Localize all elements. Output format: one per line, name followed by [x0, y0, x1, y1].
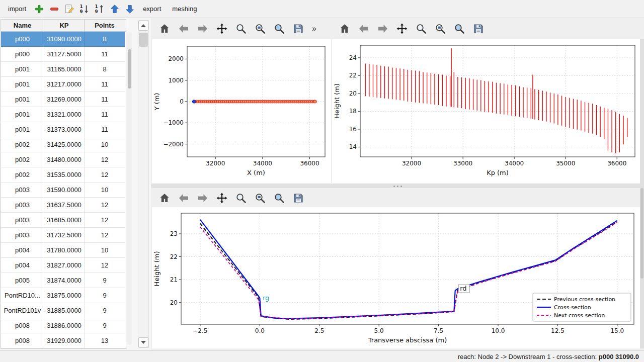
table-row[interactable]: p00431780.000010 [1, 243, 126, 258]
add-icon [34, 4, 45, 15]
panel-scrollbar-thumb[interactable] [139, 33, 148, 47]
table-row[interactable]: p00231480.000012 [1, 152, 126, 167]
status-reach-text: reach: Node 2 -> Downstream 1 - cross-se… [458, 353, 599, 360]
table-row[interactable]: PontRD101v31885.00009 [1, 303, 126, 318]
table-scrollbar-thumb[interactable] [128, 49, 131, 88]
svg-text:34000: 34000 [505, 160, 524, 167]
table-scrollbar[interactable] [127, 32, 132, 345]
back-button[interactable] [355, 21, 372, 37]
sort-descending-button[interactable]: 19 [93, 2, 107, 16]
import-button[interactable]: import [3, 3, 31, 15]
cell-kp: 31827.0000 [44, 258, 85, 273]
forward-button[interactable] [194, 190, 211, 206]
customize-button[interactable] [451, 21, 468, 37]
table-row[interactable]: p00531874.00009 [1, 273, 126, 288]
table-row[interactable]: p00231535.000012 [1, 167, 126, 183]
remove-icon [49, 4, 60, 15]
toolbar-overflow-chevron[interactable]: » [312, 24, 316, 33]
subplots-button[interactable] [252, 21, 269, 37]
scroll-down-button[interactable] [138, 337, 148, 347]
svg-text:12.5: 12.5 [551, 327, 565, 334]
back-button[interactable] [175, 190, 192, 206]
home-button[interactable] [156, 190, 173, 206]
home-button[interactable] [156, 21, 173, 37]
zoom-icon [415, 23, 427, 35]
forward-button[interactable] [374, 21, 391, 37]
zoom-button[interactable] [413, 21, 430, 37]
save-button[interactable] [290, 21, 307, 37]
sort-ascending-button[interactable]: 19 [77, 2, 92, 16]
meshing-button[interactable]: meshing [167, 3, 202, 15]
svg-text:Y (m): Y (m) [153, 93, 160, 111]
cell-points: 12 [85, 258, 125, 273]
svg-text:Kp (m): Kp (m) [487, 169, 509, 176]
cell-points: 11 [85, 47, 125, 62]
right-scrollbar-thumb[interactable] [640, 188, 643, 279]
main-toolbar: import1919exportmeshing [0, 0, 644, 18]
save-button[interactable] [470, 21, 487, 37]
table-row[interactable]: p00831929.000013 [1, 333, 126, 348]
column-header-kp[interactable]: KP [44, 20, 85, 31]
forward-button[interactable] [194, 21, 211, 37]
table-row[interactable]: p00231425.000010 [1, 137, 126, 152]
scroll-up-icon [141, 24, 146, 27]
save-button[interactable] [290, 190, 307, 206]
table-row[interactable]: p00131165.00008 [1, 62, 126, 77]
longitudinal-profile-figure[interactable]: 3200033000340003500036000141618202224Kp … [332, 39, 640, 183]
table-row[interactable]: p00431827.000012 [1, 258, 126, 273]
plan-view-chart[interactable]: 320003400036000−2000−1000010002000X (m)Y… [152, 39, 331, 183]
table-row[interactable]: p00131321.000011 [1, 107, 126, 122]
plan-view-figure[interactable]: 320003400036000−2000−1000010002000X (m)Y… [152, 39, 331, 183]
svg-text:7.5: 7.5 [434, 327, 443, 334]
table-row[interactable]: p00831886.00009 [1, 318, 126, 333]
remove-button[interactable] [47, 2, 61, 16]
zoom-button[interactable] [232, 190, 250, 206]
svg-text:1000: 1000 [168, 77, 184, 84]
customize-button[interactable] [271, 21, 288, 37]
table-row[interactable]: p00131269.000011 [1, 92, 126, 107]
table-row[interactable]: p00031127.500011 [1, 47, 126, 62]
subplots-button[interactable] [432, 21, 449, 37]
table-row[interactable]: p00331732.500012 [1, 228, 126, 243]
cell-name: p008 [1, 318, 44, 333]
scroll-up-button[interactable] [138, 21, 148, 31]
table-row[interactable]: p00131217.000011 [1, 77, 126, 92]
cell-points: 11 [85, 77, 125, 92]
horizontal-splitter[interactable] [151, 184, 644, 188]
cell-points: 9 [85, 303, 125, 318]
table-row[interactable]: p00331685.000012 [1, 213, 126, 228]
customize-button[interactable] [271, 190, 288, 206]
cross-section-figure[interactable]: −2.50.02.55.07.510.012.515.020212223Tran… [152, 207, 640, 348]
table-row[interactable]: p00131373.000011 [1, 122, 126, 137]
zoom-button[interactable] [232, 21, 250, 37]
right-scrollbar[interactable] [640, 39, 644, 348]
edit-button[interactable] [62, 2, 76, 16]
home-button[interactable] [336, 21, 353, 37]
panel-scrollbar[interactable] [138, 20, 149, 348]
export-button[interactable]: export [138, 3, 166, 15]
add-button[interactable] [32, 2, 46, 16]
longitudinal-profile-chart[interactable]: 3200033000340003500036000141618202224Kp … [332, 39, 640, 183]
svg-text:rd: rd [460, 285, 466, 292]
cross-section-chart[interactable]: −2.50.02.55.07.510.012.515.020212223Tran… [152, 207, 640, 348]
move-down-button[interactable] [123, 2, 137, 16]
cell-kp: 31373.0000 [44, 122, 85, 137]
back-button[interactable] [175, 21, 192, 37]
table-row[interactable]: p00331590.000010 [1, 183, 126, 198]
pan-button[interactable] [213, 190, 230, 206]
pan-button[interactable] [393, 21, 411, 37]
cell-kp: 31780.0000 [44, 243, 85, 258]
table-row[interactable]: p00031090.00008 [1, 32, 126, 47]
cell-points: 8 [85, 32, 125, 47]
column-header-name[interactable]: Name [1, 20, 44, 31]
column-header-points[interactable]: Points [85, 20, 125, 31]
table-row[interactable]: p00331637.500012 [1, 198, 126, 213]
svg-text:2.5: 2.5 [314, 327, 324, 334]
svg-text:21: 21 [170, 276, 178, 283]
move-up-button[interactable] [108, 2, 122, 16]
cell-points: 12 [85, 228, 125, 243]
svg-text:33000: 33000 [453, 160, 472, 167]
table-row[interactable]: PontRD10...31875.00009 [1, 288, 126, 303]
pan-button[interactable] [213, 21, 230, 37]
subplots-button[interactable] [252, 190, 269, 206]
